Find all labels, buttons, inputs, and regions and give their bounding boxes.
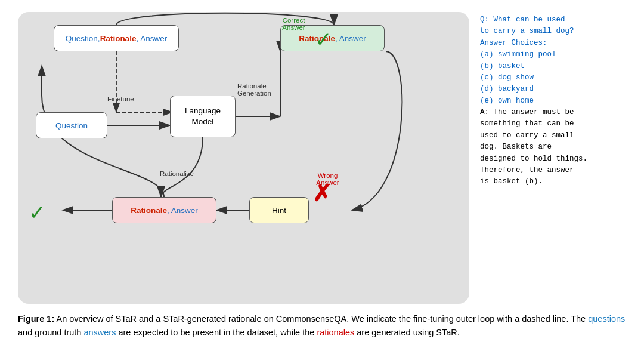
caption-text-3: are expected to be present in the datase… bbox=[116, 328, 317, 337]
caption-questions: questions bbox=[588, 314, 625, 324]
node-qra-rationale: Rationale bbox=[100, 34, 137, 43]
node-hint-label: Hint bbox=[272, 206, 286, 215]
node-question-label: Question bbox=[55, 121, 88, 130]
caption: Figure 1: An overview of STaR and a STaR… bbox=[18, 312, 626, 339]
diagram-area: Question, Rationale, Answer Question Lan… bbox=[18, 12, 469, 304]
checkmark-bottom: ✓ bbox=[29, 201, 45, 224]
label-rationale-gen: RationaleGeneration bbox=[237, 82, 271, 97]
caption-figure-label: Figure 1: bbox=[18, 314, 54, 324]
caption-text-1: An overview of STaR and a STaR-generated… bbox=[56, 314, 588, 324]
node-language-model: LanguageModel bbox=[170, 96, 236, 137]
rp-line-1: Q: What can be usedto carry a small dog?… bbox=[480, 16, 574, 105]
main-content: Question, Rationale, Answer Question Lan… bbox=[18, 12, 626, 304]
label-rationalize: Rationalize bbox=[160, 170, 194, 177]
caption-text-2: and ground truth bbox=[18, 328, 83, 337]
caption-rationales: rationales bbox=[317, 328, 354, 337]
node-ra-bottom-answer: , Answer bbox=[167, 206, 198, 215]
node-qra-question: Question, bbox=[66, 34, 100, 43]
node-ra-top-answer: , Answer bbox=[335, 34, 366, 43]
node-rationale-answer-bottom: Rationale, Answer bbox=[112, 197, 216, 223]
caption-text-4: are generated using STaR. bbox=[354, 328, 460, 337]
node-hint: Hint bbox=[249, 197, 309, 223]
checkmark-correct: ✓ bbox=[315, 27, 332, 51]
caption-answers: answers bbox=[83, 328, 116, 337]
rp-answer: A: The answer must besomething that can … bbox=[480, 108, 587, 186]
right-panel: Q: What can be usedto carry a small dog?… bbox=[480, 12, 626, 304]
label-finetune: Finetune bbox=[107, 96, 134, 103]
diagram-arrows bbox=[18, 12, 469, 304]
node-ra-bottom-rationale: Rationale bbox=[131, 206, 167, 215]
node-qra-top: Question, Rationale, Answer bbox=[54, 25, 179, 51]
node-question: Question bbox=[36, 112, 107, 138]
node-qra-answer: , Answer bbox=[136, 34, 167, 43]
node-lm-label: LanguageModel bbox=[185, 106, 221, 127]
cross-wrong: ✗ bbox=[312, 180, 332, 207]
correct-answer-label: CorrectAnswer bbox=[277, 17, 310, 31]
